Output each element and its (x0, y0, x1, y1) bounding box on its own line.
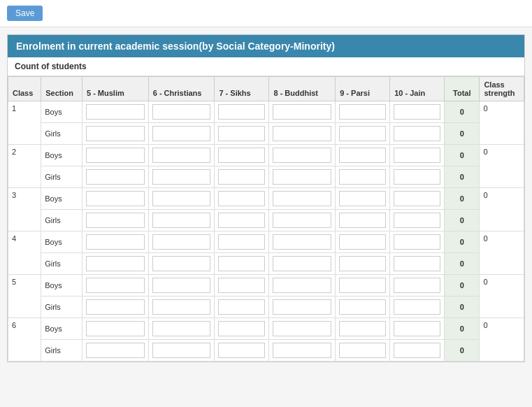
input-buddhist[interactable] (273, 148, 331, 163)
input-cell-buddhist (269, 166, 336, 188)
input-muslim[interactable] (86, 299, 145, 315)
input-buddhist[interactable] (273, 299, 331, 315)
input-jain[interactable] (394, 213, 440, 228)
input-parsi[interactable] (339, 256, 386, 271)
class-strength: 0 (480, 231, 524, 275)
input-parsi[interactable] (339, 104, 386, 120)
input-buddhist[interactable] (273, 191, 331, 206)
input-cell-parsi (336, 253, 390, 275)
class-number: 5 (8, 275, 41, 318)
input-muslim[interactable] (86, 256, 145, 271)
input-cell-muslim (82, 297, 148, 318)
input-buddhist[interactable] (273, 104, 331, 120)
input-parsi[interactable] (339, 299, 386, 315)
input-buddhist[interactable] (273, 256, 331, 271)
input-buddhist[interactable] (273, 126, 331, 141)
input-christians[interactable] (152, 126, 211, 141)
header-total: Total (445, 77, 480, 101)
input-buddhist[interactable] (273, 343, 331, 358)
input-parsi[interactable] (339, 126, 386, 141)
input-muslim[interactable] (86, 278, 145, 293)
input-buddhist[interactable] (273, 213, 331, 228)
input-christians[interactable] (152, 191, 211, 206)
input-cell-parsi (336, 231, 390, 253)
input-muslim[interactable] (86, 148, 145, 163)
input-jain[interactable] (394, 278, 440, 293)
input-muslim[interactable] (86, 234, 145, 250)
section-label: Girls (41, 340, 82, 362)
input-jain[interactable] (394, 256, 440, 271)
input-sikhs[interactable] (218, 169, 265, 185)
input-parsi[interactable] (339, 191, 386, 206)
input-cell-jain (390, 275, 445, 297)
header-section: Section (41, 77, 82, 101)
input-sikhs[interactable] (218, 343, 265, 358)
class-number: 1 (8, 101, 41, 145)
input-cell-jain (390, 340, 445, 362)
input-jain[interactable] (394, 104, 440, 120)
input-muslim[interactable] (86, 343, 145, 358)
input-sikhs[interactable] (218, 299, 265, 315)
input-parsi[interactable] (339, 169, 386, 185)
input-buddhist[interactable] (273, 278, 331, 293)
input-sikhs[interactable] (218, 234, 265, 250)
input-jain[interactable] (394, 299, 440, 315)
input-buddhist[interactable] (273, 234, 331, 250)
input-cell-muslim (82, 166, 148, 188)
input-cell-muslim (82, 145, 148, 166)
input-jain[interactable] (394, 126, 440, 141)
input-christians[interactable] (152, 278, 211, 293)
input-christians[interactable] (152, 104, 211, 120)
input-christians[interactable] (152, 321, 211, 336)
input-sikhs[interactable] (218, 126, 265, 141)
input-jain[interactable] (394, 191, 440, 206)
input-christians[interactable] (152, 299, 211, 315)
input-parsi[interactable] (339, 148, 386, 163)
input-parsi[interactable] (339, 213, 386, 228)
input-jain[interactable] (394, 343, 440, 358)
table-row: 1Boys00 (8, 101, 524, 123)
input-jain[interactable] (394, 234, 440, 250)
input-sikhs[interactable] (218, 104, 265, 120)
input-sikhs[interactable] (218, 321, 265, 336)
input-christians[interactable] (152, 169, 211, 185)
input-sikhs[interactable] (218, 256, 265, 271)
input-muslim[interactable] (86, 126, 145, 141)
input-sikhs[interactable] (218, 191, 265, 206)
row-total: 0 (445, 275, 480, 297)
input-christians[interactable] (152, 234, 211, 250)
input-muslim[interactable] (86, 191, 145, 206)
input-sikhs[interactable] (218, 213, 265, 228)
input-muslim[interactable] (86, 169, 145, 185)
input-cell-muslim (82, 231, 148, 253)
input-buddhist[interactable] (273, 321, 331, 336)
input-parsi[interactable] (339, 234, 386, 250)
class-number: 6 (8, 318, 41, 362)
input-muslim[interactable] (86, 213, 145, 228)
input-jain[interactable] (394, 169, 440, 185)
input-sikhs[interactable] (218, 148, 265, 163)
input-buddhist[interactable] (273, 169, 331, 185)
input-cell-parsi (336, 123, 390, 145)
input-jain[interactable] (394, 148, 440, 163)
row-total: 0 (445, 101, 480, 123)
input-sikhs[interactable] (218, 278, 265, 293)
input-muslim[interactable] (86, 321, 145, 336)
input-parsi[interactable] (339, 278, 386, 293)
header-strength: Class strength (480, 77, 524, 101)
input-cell-muslim (82, 340, 148, 362)
save-button[interactable]: Save (7, 6, 43, 21)
input-christians[interactable] (152, 148, 211, 163)
input-cell-muslim (82, 101, 148, 123)
input-parsi[interactable] (339, 343, 386, 358)
input-cell-muslim (82, 123, 148, 145)
input-cell-sikhs (215, 101, 269, 123)
input-christians[interactable] (152, 343, 211, 358)
section-label: Girls (41, 210, 82, 231)
input-jain[interactable] (394, 321, 440, 336)
input-christians[interactable] (152, 256, 211, 271)
input-muslim[interactable] (86, 104, 145, 120)
row-total: 0 (445, 297, 480, 318)
input-parsi[interactable] (339, 321, 386, 336)
input-christians[interactable] (152, 213, 211, 228)
